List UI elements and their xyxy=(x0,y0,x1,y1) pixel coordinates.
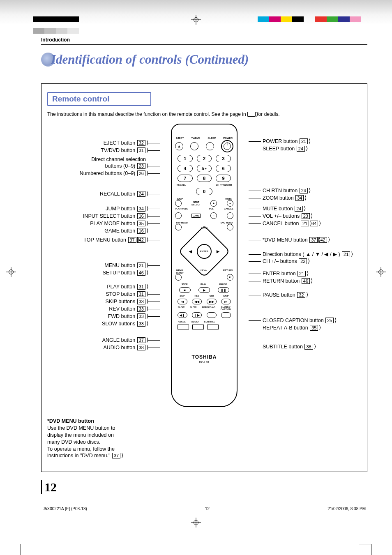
pageref: 23 xyxy=(302,213,310,219)
page-title: Identification of controls (Continued) xyxy=(51,52,249,67)
label-angle: ANGLE xyxy=(178,320,186,323)
intro-text: The instructions in this manual describe… xyxy=(47,111,361,117)
label-vol: VOL xyxy=(209,207,214,210)
callout-text: SLOW buttons xyxy=(102,321,137,327)
note-line1: Use the DVD MENU button to xyxy=(47,425,134,432)
label-skip-back: SKIP xyxy=(180,295,185,297)
num-1: 1 xyxy=(178,155,193,162)
callout-text: JUMP button xyxy=(106,206,137,212)
registration-mark-bottom xyxy=(191,518,201,527)
stop-button: ■ xyxy=(179,287,191,293)
callout-text: REPEAT A-B button xyxy=(263,325,309,331)
sub-heading: Remote control xyxy=(52,94,109,103)
callout-text: Direct channel selection xyxy=(91,157,146,162)
callout-text: VOL +/– buttons xyxy=(263,213,301,219)
label-audio: AUDIO xyxy=(191,320,199,323)
callout-text: *DVD MENU button xyxy=(263,237,309,243)
intro-pre: The instructions in this manual describe… xyxy=(47,111,247,117)
label-stop: STOP xyxy=(182,283,188,286)
callout-text: MENU button xyxy=(104,263,137,268)
callout-text: CANCEL button xyxy=(263,221,300,226)
pageref: 42 xyxy=(318,237,327,243)
printer-marks-top xyxy=(0,0,392,25)
tvdvd-button xyxy=(190,142,198,150)
pageref: 25 xyxy=(325,318,334,323)
colorbar-left xyxy=(33,16,79,34)
callout-left-11: MENU button 21 xyxy=(45,263,148,268)
model-number: DC-LB1 xyxy=(175,361,233,364)
skip-back-button: ⏮ xyxy=(178,299,187,304)
pageref: 31 xyxy=(137,284,145,290)
callout-text: RECALL button xyxy=(100,191,137,197)
num-4: 4 xyxy=(178,165,193,172)
callout-right-6: CANCEL button 2134 xyxy=(261,221,364,226)
callout-left-18: SLOW buttons 33 xyxy=(45,321,148,327)
pageref: 21 xyxy=(297,271,306,276)
page-content: Introduction Identification of controls … xyxy=(0,25,392,536)
label-return: RETURN xyxy=(223,269,233,274)
slow-fwd-button: ❙▶ xyxy=(192,312,202,318)
sleep-button xyxy=(206,142,214,150)
num-0: 0 xyxy=(196,188,212,195)
callout-text: EJECT button xyxy=(104,140,137,146)
callout-text: buttons (0–9) xyxy=(105,163,137,169)
label-menusetup: MENU SETUP xyxy=(176,269,183,274)
audio-button xyxy=(192,325,204,329)
callout-right-0: POWER button 21 xyxy=(261,138,364,144)
note-line5: instructions in "DVD menu." xyxy=(47,453,110,458)
callout-left-9: GAME button 16 xyxy=(45,228,148,234)
note-line4: To operate a menu, follow the xyxy=(47,446,134,453)
return-button: ↩ xyxy=(227,274,233,281)
topmenu-button xyxy=(175,224,182,230)
callout-text: CLOSED CAPTION button xyxy=(263,318,325,323)
note-line3: many DVD video discs. xyxy=(47,439,134,446)
label-chrtn: CH RTN/ZOOM xyxy=(216,184,232,186)
label-repeat-ab: REPEAT A-B xyxy=(202,306,215,311)
pageref: 33 xyxy=(137,321,145,327)
note-title: *DVD MENU button xyxy=(47,418,134,425)
callout-text: ANGLE button xyxy=(102,337,137,343)
callout-text: PLAY MODE button xyxy=(90,221,136,226)
dvd-menu-note: *DVD MENU button Use the DVD MENU button… xyxy=(47,418,134,459)
callout-left-1: TV/DVD button 31 xyxy=(45,147,148,153)
closed-caption-button xyxy=(221,312,231,318)
callout-text: TV/DVD button xyxy=(101,147,137,153)
label-mute: MUTE xyxy=(225,198,232,200)
pageref: 24 xyxy=(297,146,305,152)
num-5: 5∘ xyxy=(197,165,212,172)
callout-left-0: EJECT button 32 xyxy=(45,140,148,146)
dvdmenu-button xyxy=(227,224,233,230)
note-pageref: 37 xyxy=(112,453,120,458)
label-pause: PAUSE xyxy=(219,283,227,286)
pageref: 35 xyxy=(310,325,318,331)
pageref: 33 xyxy=(137,306,145,312)
pageref: 33 xyxy=(137,299,145,304)
remote-illustration: EJECT TV/DVD SLEEP POWER ▲ 1 2 3 4 5∘ xyxy=(171,124,238,407)
callout-left-13: PLAY button 31 xyxy=(45,284,148,290)
pageref: 31 xyxy=(137,147,145,153)
pageref: 35 xyxy=(137,221,145,226)
callout-text: SUBTITLE button xyxy=(263,344,304,350)
pageref: 32 xyxy=(297,292,305,298)
callout-text: INPUT SELECT button xyxy=(83,213,137,219)
registration-mark-right xyxy=(376,267,386,277)
footer-center: 12 xyxy=(205,507,210,511)
num-9: 9 xyxy=(216,175,231,182)
pageref: 46 xyxy=(137,270,145,276)
label-closed-caption: CLOSED CAPTION xyxy=(221,306,231,311)
playmode-button xyxy=(175,212,182,219)
callout-left-8: PLAY MODE button 35 xyxy=(45,221,148,226)
skip-fwd-button: ⏭ xyxy=(221,299,231,304)
pageref: 37 xyxy=(137,337,145,343)
title-row: Identification of controls (Continued) xyxy=(41,52,367,67)
num-3: 3 xyxy=(216,155,231,162)
left-arrow-icon: ◀ xyxy=(189,249,192,253)
callout-left-15: SKIP buttons 33 xyxy=(45,299,148,304)
pageref: 42 xyxy=(137,237,145,243)
pageref: 37 xyxy=(309,237,318,243)
pause-button: ❚❚ xyxy=(218,287,229,293)
callout-left-14: STOP button 31 xyxy=(45,291,148,297)
pageref: 21 xyxy=(300,138,308,144)
callout-right-11: RETURN button 46 xyxy=(261,278,364,284)
eject-button: ▲ xyxy=(175,142,183,150)
